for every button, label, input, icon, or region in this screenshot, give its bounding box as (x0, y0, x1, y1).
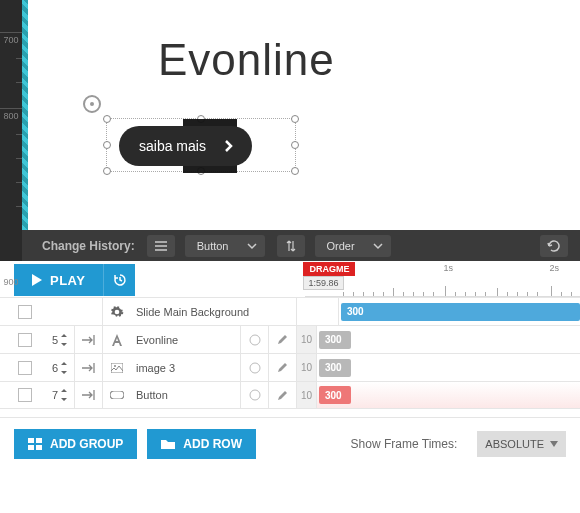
timeline-bar[interactable]: 300 (319, 331, 351, 349)
rotate-handle[interactable] (83, 95, 101, 113)
visibility-icon[interactable] (240, 354, 268, 382)
frame-mode-dropdown[interactable]: ABSOLUTE (477, 431, 566, 457)
goto-icon[interactable] (74, 326, 102, 354)
order-stepper[interactable]: 5 (46, 334, 74, 346)
frame-mode-value: ABSOLUTE (485, 438, 544, 450)
folder-icon (161, 438, 175, 449)
image-type-icon (102, 354, 130, 382)
time-mark: 1s (443, 263, 453, 273)
timeline-bar[interactable]: 300 (341, 303, 580, 321)
visibility-icon[interactable] (240, 381, 268, 409)
cta-button[interactable]: saiba mais (119, 126, 252, 166)
goto-icon[interactable] (74, 354, 102, 382)
svg-point-2 (250, 335, 260, 345)
button-type-icon (102, 381, 130, 409)
resize-handle[interactable] (103, 115, 111, 123)
checkbox[interactable] (18, 333, 32, 347)
ruler-mark: 800 (0, 111, 22, 121)
stage[interactable]: Evonline saiba mais (28, 0, 580, 230)
layer-name: Slide Main Background (130, 306, 296, 318)
layer-row[interactable]: 7 Button 10300 (0, 381, 580, 409)
history-button[interactable] (103, 264, 135, 296)
history-action-label: Order (327, 240, 355, 252)
layer-list: Slide Main Background 300 5 Evonline 103… (0, 297, 580, 409)
undo-icon[interactable] (540, 235, 568, 257)
pre-delay[interactable]: 10 (297, 382, 317, 408)
vertical-ruler: 700 800 (0, 0, 22, 261)
svg-point-7 (250, 390, 260, 400)
history-icon (112, 272, 128, 288)
add-group-label: ADD GROUP (50, 437, 123, 451)
add-row-label: ADD ROW (183, 437, 242, 451)
footer-bar: ADD GROUP ADD ROW Show Frame Times: ABSO… (0, 417, 580, 469)
svg-rect-10 (28, 445, 34, 450)
history-menu-icon[interactable] (147, 235, 175, 257)
order-stepper[interactable]: 6 (46, 362, 74, 374)
add-row-button[interactable]: ADD ROW (147, 429, 256, 459)
ruler-mark: 700 (0, 35, 22, 45)
resize-handle[interactable] (291, 167, 299, 175)
ruler-mark: 900 (0, 277, 22, 287)
swap-icon[interactable] (277, 235, 305, 257)
layer-name: Evonline (130, 334, 240, 346)
resize-handle[interactable] (103, 167, 111, 175)
layer-row[interactable]: 5 Evonline 10300 (0, 325, 580, 353)
edit-icon[interactable] (268, 326, 296, 354)
time-mark: 2s (549, 263, 559, 273)
goto-icon[interactable] (74, 381, 102, 409)
edit-icon[interactable] (268, 381, 296, 409)
change-history-bar: Change History: Button Order (22, 230, 580, 261)
drag-handle[interactable]: DRAGME (303, 262, 355, 276)
history-label: Change History: (42, 239, 135, 253)
play-button[interactable]: PLAY (14, 264, 103, 296)
layer-row-main[interactable]: Slide Main Background 300 (0, 297, 580, 325)
history-item-dropdown[interactable]: Button (185, 235, 265, 257)
checkbox[interactable] (18, 388, 32, 402)
resize-handle[interactable] (291, 141, 299, 149)
visibility-icon[interactable] (240, 326, 268, 354)
history-item-label: Button (197, 240, 229, 252)
group-icon (28, 438, 42, 450)
frame-times-label: Show Frame Times: (351, 437, 458, 451)
chevron-down-icon (247, 241, 257, 251)
gear-icon[interactable] (102, 298, 130, 326)
canvas-area[interactable]: 700 800 Evonline saiba mais Change (0, 0, 580, 261)
svg-rect-8 (28, 438, 34, 443)
edit-icon[interactable] (268, 354, 296, 382)
resize-handle[interactable] (291, 115, 299, 123)
order-stepper[interactable]: 7 (46, 389, 74, 401)
layer-name: image 3 (130, 362, 240, 374)
play-label: PLAY (50, 273, 85, 288)
history-action-dropdown[interactable]: Order (315, 235, 391, 257)
chevron-right-icon (224, 139, 234, 153)
pre-delay[interactable]: 10 (297, 326, 317, 353)
pre-delay[interactable]: 10 (297, 354, 317, 381)
layer-name: Button (130, 389, 240, 401)
cta-label: saiba mais (139, 138, 206, 154)
headline-text[interactable]: Evonline (158, 35, 335, 85)
svg-rect-6 (110, 391, 124, 399)
text-type-icon (102, 326, 130, 354)
svg-point-5 (250, 363, 260, 373)
play-icon (32, 274, 42, 286)
selected-button-element[interactable]: saiba mais (106, 118, 296, 172)
chevron-down-icon (550, 441, 558, 447)
timeline-bar[interactable]: 300 (319, 386, 351, 404)
svg-rect-9 (36, 438, 42, 443)
timeline-ruler[interactable]: DRAGME 1:59.86 1s 2s (305, 261, 580, 297)
layer-row[interactable]: 6 image 3 10300 (0, 353, 580, 381)
resize-handle[interactable] (103, 141, 111, 149)
checkbox[interactable] (18, 361, 32, 375)
timeline-bar[interactable]: 300 (319, 359, 351, 377)
add-group-button[interactable]: ADD GROUP (14, 429, 137, 459)
checkbox[interactable] (18, 305, 32, 319)
chevron-down-icon (373, 241, 383, 251)
svg-point-4 (114, 365, 116, 367)
svg-rect-11 (36, 445, 42, 450)
